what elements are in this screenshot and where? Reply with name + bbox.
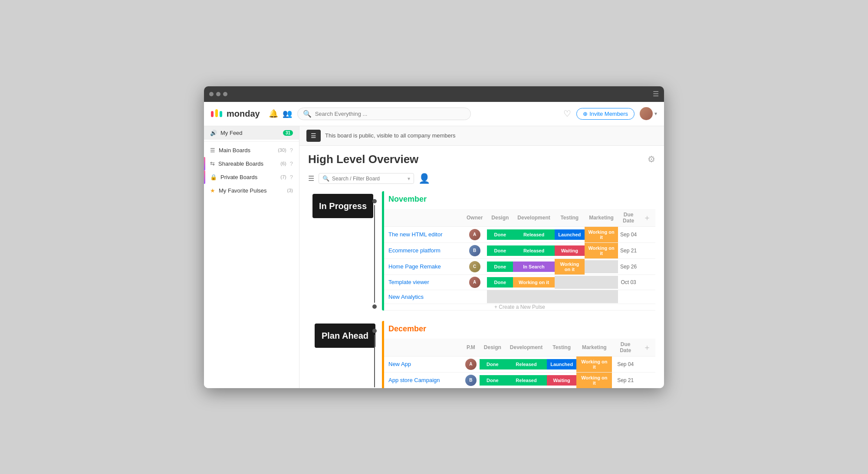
marketing-cell-dec-2[interactable]: Working on it — [576, 372, 612, 388]
add-column-button-dec[interactable]: ＋ — [643, 342, 651, 353]
pulse-name-5: New Analytics — [384, 290, 462, 304]
dev-status-4: Working on it — [513, 277, 554, 288]
create-pulse-dec[interactable]: + Create a New Pulse — [490, 385, 549, 388]
private-boards-accent — [204, 170, 205, 184]
testing-cell-4[interactable] — [555, 275, 585, 290]
bell-icon[interactable]: 🔔 — [269, 109, 278, 118]
december-table-content: December P.M Design Development — [384, 321, 655, 388]
design-cell-dec-1[interactable]: Done — [480, 356, 506, 372]
sidebar-item-my-feed[interactable]: 🔊 My Feed 31 — [204, 126, 299, 140]
december-header: December — [384, 321, 655, 337]
browser-titlebar: ☰ — [204, 86, 664, 102]
col-header-empty-dec — [384, 339, 462, 356]
marketing-cell-1[interactable]: Working on it — [585, 226, 618, 242]
avatar-dropdown-icon[interactable]: ▾ — [654, 111, 657, 117]
test-status-dec-2: Waiting — [547, 375, 576, 386]
filter-dropdown-arrow[interactable]: ▾ — [408, 176, 410, 182]
filter-input[interactable] — [332, 176, 405, 182]
shareable-boards-count: (6) — [280, 161, 286, 166]
testing-cell-2[interactable]: Waiting — [555, 242, 585, 258]
sidebar-divider-1 — [204, 141, 299, 142]
col-header-development-nov: Development — [513, 209, 554, 227]
design-cell-2[interactable]: Done — [487, 242, 513, 258]
owner-avatar-1: A — [469, 229, 480, 240]
logo-area: monday — [211, 109, 260, 119]
timeline-line-dec — [374, 335, 375, 387]
sidebar-item-main-boards[interactable]: ☰ Main Boards (30) ? — [204, 144, 299, 157]
pulse-link-4[interactable]: Template viewer — [388, 279, 429, 285]
users-icon[interactable]: 👥 — [283, 109, 292, 118]
development-cell-3[interactable]: In Search — [513, 258, 554, 275]
design-cell-1[interactable]: Done — [487, 226, 513, 242]
duedate-cell-1: Sep 04 — [618, 226, 639, 242]
design-status-1: Done — [487, 229, 513, 240]
main-boards-label: Main Boards — [219, 147, 274, 154]
shareable-boards-help-icon[interactable]: ? — [290, 160, 293, 167]
testing-cell-1[interactable]: Launched — [555, 226, 585, 242]
filter-list-icon[interactable]: ☰ — [308, 174, 314, 183]
search-filter: 🔍 ▾ — [319, 173, 414, 184]
col-header-testing-dec: Testing — [547, 339, 576, 356]
development-cell-2[interactable]: Released — [513, 242, 554, 258]
design-cell-4[interactable]: Done — [487, 275, 513, 290]
timeline-dot-top-nov — [372, 199, 377, 203]
design-status-2: Done — [487, 245, 513, 256]
test-status-5 — [555, 290, 585, 303]
marketing-cell-3[interactable] — [585, 258, 618, 275]
extra-cell-2 — [639, 242, 655, 258]
pulse-link-dec-1[interactable]: New App — [388, 361, 411, 367]
search-input[interactable] — [315, 111, 465, 117]
test-status-4 — [555, 276, 585, 289]
marketing-cell-4[interactable] — [585, 275, 618, 290]
design-cell-3[interactable]: Done — [487, 258, 513, 275]
mkt-status-3 — [585, 260, 618, 273]
test-status-3: Working on it — [555, 259, 585, 275]
development-cell-dec-1[interactable]: Released — [506, 356, 547, 372]
table-row: Template viewer A Done Working on it — [384, 275, 655, 290]
mkt-status-dec-2: Working on it — [576, 373, 612, 388]
svg-rect-2 — [220, 111, 222, 117]
testing-cell-dec-2[interactable]: Waiting — [547, 372, 576, 388]
marketing-cell-5[interactable] — [585, 290, 618, 304]
gear-icon[interactable]: ⚙ — [648, 154, 655, 164]
monday-logo-svg — [211, 109, 225, 118]
user-avatar[interactable] — [640, 107, 653, 120]
development-cell-4[interactable]: Working on it — [513, 275, 554, 290]
marketing-cell-2[interactable]: Working on it — [585, 242, 618, 258]
heart-icon[interactable]: ♡ — [563, 108, 571, 119]
sidebar-item-shareable-boards[interactable]: ⇆ Shareable Boards (6) ? — [204, 157, 299, 170]
board-public-notice: This board is public, visible to all com… — [325, 132, 456, 139]
pulse-link-5[interactable]: New Analytics — [388, 294, 424, 300]
board-title-row: High Level Overview ⚙ — [308, 153, 655, 166]
test-status-dec-1: Launched — [547, 359, 576, 369]
testing-cell-dec-1[interactable]: Launched — [547, 356, 576, 372]
create-pulse-row-nov: + Create a New Pulse — [384, 304, 655, 310]
testing-cell-5[interactable] — [555, 290, 585, 304]
add-column-button-nov[interactable]: ＋ — [643, 212, 651, 223]
development-cell-1[interactable]: Released — [513, 226, 554, 242]
col-header-add-nov[interactable]: ＋ — [639, 209, 655, 227]
owner-cell-2: B — [462, 242, 487, 258]
board-content[interactable]: High Level Overview ⚙ ☰ 🔍 ▾ 👤 — [299, 146, 664, 388]
main-boards-help-icon[interactable]: ? — [290, 147, 293, 154]
pulse-link-1[interactable]: The new HTML editor — [388, 231, 443, 238]
pulse-link-2[interactable]: Ecommerce platform — [388, 247, 441, 254]
private-boards-help-icon[interactable]: ? — [290, 174, 293, 180]
invite-members-button[interactable]: ⊕ Invite Members — [576, 108, 635, 120]
person-filter-icon[interactable]: 👤 — [418, 173, 430, 184]
marketing-cell-dec-1[interactable]: Working on it — [576, 356, 612, 372]
col-header-add-dec[interactable]: ＋ — [639, 339, 655, 356]
pm-avatar-dec-1: A — [465, 359, 477, 370]
hamburger-icon: ☰ — [210, 147, 215, 154]
extra-cell-3 — [639, 258, 655, 275]
sidebar-item-private-boards[interactable]: 🔒 Private Boards (7) ? — [204, 170, 299, 184]
create-pulse-nov[interactable]: + Create a New Pulse — [490, 301, 549, 314]
pulse-link-3[interactable]: Home Page Remake — [388, 263, 441, 270]
pulse-link-dec-2[interactable]: App store Campaign — [388, 377, 440, 383]
testing-cell-3[interactable]: Working on it — [555, 258, 585, 275]
sidebar-item-favorite-pulses[interactable]: ★ My Favorite Pulses (3) — [204, 184, 299, 197]
table-row: Home Page Remake C Done In Search Workin… — [384, 258, 655, 275]
board-menu-button[interactable]: ☰ — [306, 130, 321, 142]
share-icon: ⇆ — [210, 160, 215, 167]
board-filters: ☰ 🔍 ▾ 👤 — [308, 173, 655, 184]
